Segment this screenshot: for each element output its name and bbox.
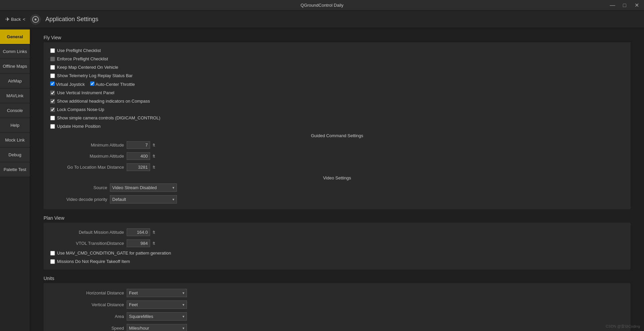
- lock-compass-label[interactable]: Lock Compass Nose-Up: [50, 107, 104, 112]
- back-button[interactable]: ✈ Back <: [5, 16, 25, 22]
- vtol-transition-distance-row: VTOL TransitionDistance ft: [50, 238, 624, 249]
- use-vertical-instrument-row: Use Vertical Instrument Panel: [50, 89, 624, 97]
- virtual-joystick-row: Virtual Joystick Auto-Center Throttle: [50, 80, 624, 89]
- minimum-altitude-label: Minimum Altitude: [50, 143, 124, 148]
- area-row: Area SquareMiles SquareKilometers Square…: [50, 311, 624, 322]
- virtual-joystick-label[interactable]: Virtual Joystick: [50, 81, 85, 87]
- auto-center-throttle-label[interactable]: Auto-Center Throttle: [90, 81, 135, 87]
- area-label: Area: [50, 314, 124, 319]
- default-mission-altitude-label: Default Mission Altitude: [50, 230, 124, 235]
- update-home-position-checkbox[interactable]: [50, 124, 55, 129]
- close-button[interactable]: ✕: [632, 1, 641, 10]
- show-camera-controls-row: Show simple camera controls (DIGICAM_CON…: [50, 114, 624, 122]
- use-mav-cmd-checkbox[interactable]: [50, 251, 55, 256]
- show-camera-controls-checkbox[interactable]: [50, 116, 55, 120]
- speed-label: Speed: [50, 326, 124, 331]
- svg-point-1: [35, 18, 37, 20]
- area-select-wrapper: SquareMiles SquareKilometers SquareMeter…: [127, 312, 187, 321]
- missions-do-not-require-row: Missions Do Not Require Takeoff Item: [50, 257, 624, 266]
- enforce-preflight-checklist-row: Enforce Preflight Checklist: [50, 55, 624, 63]
- maximum-altitude-input[interactable]: [127, 152, 150, 160]
- sidebar-item-comm-links[interactable]: Comm Links: [0, 44, 30, 59]
- area-select[interactable]: SquareMiles SquareKilometers SquareMeter…: [127, 312, 187, 321]
- sidebar: General Comm Links Offline Maps AirMap M…: [0, 28, 30, 331]
- vertical-distance-row: Vertical Distance Feet Meters ▼: [50, 299, 624, 311]
- use-vertical-instrument-label[interactable]: Use Vertical Instrument Panel: [50, 90, 114, 95]
- missions-do-not-require-checkbox[interactable]: [50, 259, 55, 264]
- lock-compass-checkbox[interactable]: [50, 107, 55, 112]
- sidebar-item-mock-link[interactable]: Mock Link: [0, 133, 30, 148]
- go-to-location-input[interactable]: [127, 163, 150, 171]
- window-title: QGroundControl Daily: [301, 3, 343, 8]
- watermark: CSDN @雷动Coding: [606, 324, 640, 329]
- app-logo: [30, 14, 41, 25]
- enforce-preflight-checklist-label[interactable]: Enforce Preflight Checklist: [50, 56, 108, 61]
- use-mav-cmd-row: Use MAV_CMD_CONDITION_GATE for pattern g…: [50, 249, 624, 257]
- update-home-position-row: Update Home Position: [50, 122, 624, 130]
- show-additional-heading-label[interactable]: Show additional heading indicators on Co…: [50, 99, 150, 104]
- enforce-preflight-checklist-checkbox[interactable]: [50, 57, 55, 61]
- show-telemetry-row: Show Telemetry Log Replay Status Bar: [50, 71, 624, 80]
- minimum-altitude-input[interactable]: [127, 141, 150, 149]
- horizontal-distance-row: Horizontal Distance Feet Meters ▼: [50, 287, 624, 299]
- missions-do-not-require-label[interactable]: Missions Do Not Require Takeoff Item: [50, 259, 130, 264]
- sidebar-item-debug[interactable]: Debug: [0, 148, 30, 162]
- sidebar-item-console[interactable]: Console: [0, 103, 30, 118]
- show-telemetry-checkbox[interactable]: [50, 73, 55, 78]
- show-camera-controls-label[interactable]: Show simple camera controls (DIGICAM_CON…: [50, 115, 160, 120]
- use-preflight-checklist-checkbox[interactable]: [50, 48, 55, 53]
- use-preflight-checklist-row: Use Preflight Checklist: [50, 46, 624, 55]
- video-settings-title: Video Settings: [50, 175, 624, 180]
- vtol-transition-distance-input[interactable]: [127, 239, 150, 247]
- show-additional-heading-checkbox[interactable]: [50, 99, 55, 104]
- show-telemetry-label[interactable]: Show Telemetry Log Replay Status Bar: [50, 73, 133, 78]
- video-source-select[interactable]: Video Stream Disabled UDP h.264 Video St…: [110, 183, 177, 192]
- vtol-transition-distance-unit: ft: [153, 241, 159, 246]
- minimize-button[interactable]: —: [608, 1, 617, 10]
- sidebar-item-help[interactable]: Help: [0, 118, 30, 133]
- content-area: Fly View Use Preflight Checklist Enforce…: [30, 28, 644, 331]
- speed-select[interactable]: Miles/hour Meters/second Km/hour: [127, 324, 187, 331]
- auto-center-throttle-checkbox[interactable]: [90, 81, 94, 86]
- header-bar: ✈ Back < Application Settings: [0, 11, 644, 28]
- use-preflight-checklist-label[interactable]: Use Preflight Checklist: [50, 48, 101, 53]
- horizontal-distance-select[interactable]: Feet Meters: [127, 289, 187, 297]
- video-source-select-wrapper: Video Stream Disabled UDP h.264 Video St…: [110, 183, 177, 192]
- keep-map-centered-checkbox[interactable]: [50, 65, 55, 70]
- go-to-location-row: Go To Location Max Distance ft: [50, 162, 624, 173]
- video-source-label: Source: [50, 185, 107, 190]
- title-bar: QGroundControl Daily — □ ✕: [0, 0, 644, 11]
- units-title: Units: [44, 276, 631, 281]
- sidebar-item-offline-maps[interactable]: Offline Maps: [0, 59, 30, 74]
- virtual-joystick-checkbox[interactable]: [50, 81, 55, 86]
- maximize-button[interactable]: □: [620, 1, 629, 10]
- vertical-distance-select-wrapper: Feet Meters ▼: [127, 300, 187, 309]
- use-mav-cmd-label[interactable]: Use MAV_CMD_CONDITION_GATE for pattern g…: [50, 251, 171, 256]
- speed-select-wrapper: Miles/hour Meters/second Km/hour ▼: [127, 324, 187, 331]
- vtol-transition-distance-label: VTOL TransitionDistance: [50, 241, 124, 246]
- horizontal-distance-label: Horizontal Distance: [50, 290, 124, 295]
- use-vertical-instrument-checkbox[interactable]: [50, 91, 55, 95]
- units-panel: Horizontal Distance Feet Meters ▼ Vertic…: [44, 283, 631, 331]
- minimum-altitude-unit: ft: [153, 143, 159, 148]
- default-mission-altitude-row: Default Mission Altitude ft: [50, 227, 624, 238]
- go-to-location-unit: ft: [153, 165, 159, 170]
- speed-row: Speed Miles/hour Meters/second Km/hour ▼: [50, 322, 624, 331]
- sidebar-item-mavlink[interactable]: MAVLink: [0, 89, 30, 103]
- video-decode-priority-select[interactable]: Default GPU CPU: [110, 195, 177, 204]
- vertical-distance-select[interactable]: Feet Meters: [127, 300, 187, 309]
- plan-view-title: Plan View: [44, 215, 631, 221]
- sidebar-item-palette-test[interactable]: Palette Test: [0, 162, 30, 177]
- window-controls: — □ ✕: [608, 1, 641, 10]
- show-additional-heading-row: Show additional heading indicators on Co…: [50, 97, 624, 105]
- update-home-position-label[interactable]: Update Home Position: [50, 124, 101, 129]
- horizontal-distance-select-wrapper: Feet Meters ▼: [127, 289, 187, 297]
- main-layout: General Comm Links Offline Maps AirMap M…: [0, 28, 644, 331]
- sidebar-item-general[interactable]: General: [0, 30, 30, 44]
- default-mission-altitude-input[interactable]: [127, 228, 150, 236]
- separator-icon: <: [23, 17, 25, 22]
- sidebar-item-airmap[interactable]: AirMap: [0, 74, 30, 89]
- minimum-altitude-row: Minimum Altitude ft: [50, 140, 624, 151]
- keep-map-centered-label[interactable]: Keep Map Centered On Vehicle: [50, 65, 118, 70]
- back-label: Back: [11, 17, 21, 22]
